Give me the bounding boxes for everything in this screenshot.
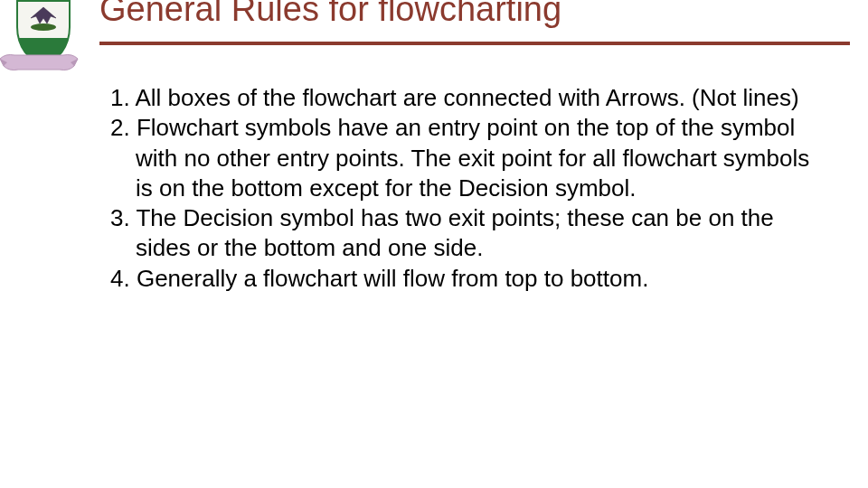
list-number: 3. xyxy=(110,204,130,231)
university-logo xyxy=(7,0,80,86)
list-item: 3. The Decision symbol has two exit poin… xyxy=(101,203,832,264)
title-underline xyxy=(99,42,850,45)
header: General Rules for flowcharting xyxy=(99,0,850,45)
list-text: Generally a flowchart will flow from top… xyxy=(137,265,648,292)
list-text: Flowchart symbols have an entry point on… xyxy=(136,114,809,202)
logo-ribbon xyxy=(0,50,80,75)
list-item: 2. Flowchart symbols have an entry point… xyxy=(101,113,832,203)
list-number: 1. xyxy=(110,84,130,111)
list-item: 1. All boxes of the flowchart are connec… xyxy=(101,83,832,113)
list-text: All boxes of the flowchart are connected… xyxy=(135,84,798,111)
list-item: 4. Generally a flowchart will flow from … xyxy=(101,264,832,294)
slide-content: 1. All boxes of the flowchart are connec… xyxy=(101,83,832,294)
slide-title: General Rules for flowcharting xyxy=(99,0,850,29)
svg-point-0 xyxy=(31,23,56,31)
list-number: 2. xyxy=(110,114,130,141)
rules-list: 1. All boxes of the flowchart are connec… xyxy=(101,83,832,294)
list-number: 4. xyxy=(110,265,130,292)
list-text: The Decision symbol has two exit points;… xyxy=(136,204,774,261)
eagle-icon xyxy=(24,5,63,33)
